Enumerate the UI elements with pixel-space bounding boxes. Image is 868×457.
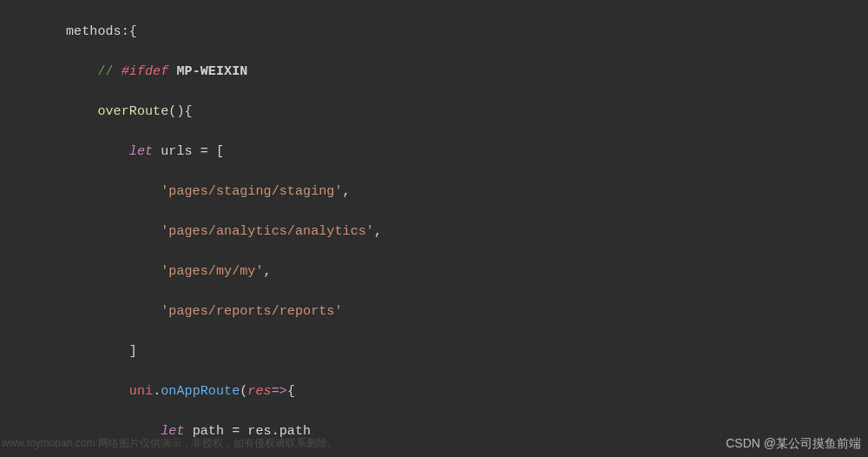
code-line: overRoute(){ bbox=[0, 102, 868, 122]
code-line: uni.onAppRoute(res=>{ bbox=[0, 381, 868, 401]
code-line: 'pages/my/my', bbox=[0, 262, 868, 281]
code-line: ] bbox=[0, 341, 868, 361]
code-line: 'pages/staging/staging', bbox=[0, 182, 868, 202]
code-line: let urls = [ bbox=[0, 142, 868, 162]
watermark-left: www.toymoban.com 网络图片仅供演示，非授权，如有侵权请联系删除。 bbox=[2, 434, 338, 454]
code-editor[interactable]: methods:{ // #ifdef MP-WEIXIN overRoute(… bbox=[0, 0, 868, 457]
code-line: 'pages/reports/reports' bbox=[0, 301, 868, 321]
code-line: methods:{ bbox=[0, 22, 868, 42]
watermark-right: CSDN @某公司摸鱼前端 bbox=[726, 434, 861, 454]
code-line: // #ifdef MP-WEIXIN bbox=[0, 62, 868, 82]
code-line: 'pages/analytics/analytics', bbox=[0, 222, 868, 242]
